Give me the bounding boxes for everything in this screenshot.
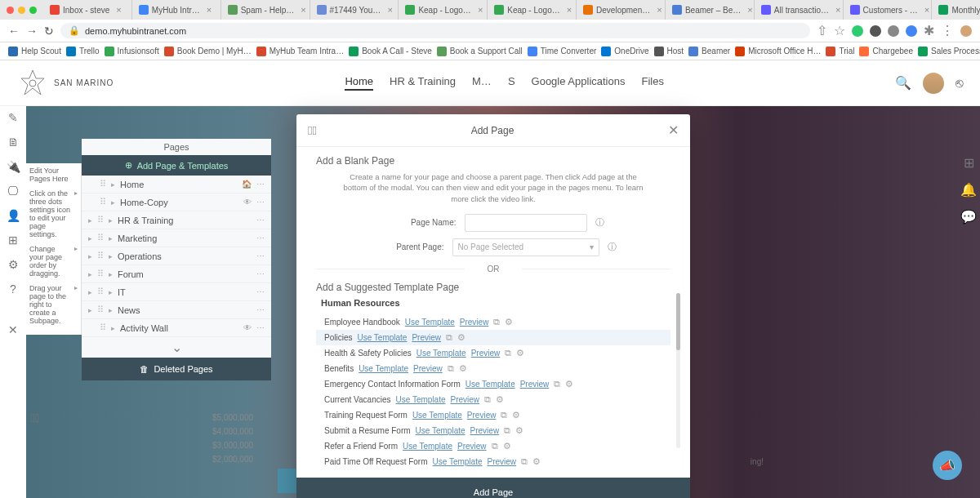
- preview-link[interactable]: Preview: [488, 457, 517, 466]
- more-icon[interactable]: ⋯: [256, 251, 265, 260]
- page-icon[interactable]: 🗎: [7, 136, 19, 149]
- user-avatar[interactable]: [923, 73, 944, 94]
- nav-item[interactable]: HR & Training: [390, 75, 456, 91]
- logout-icon[interactable]: ⎋: [956, 76, 964, 91]
- chevron-right-icon[interactable]: ▸: [74, 189, 78, 197]
- info-icon[interactable]: ⓘ: [595, 216, 604, 229]
- use-template-link[interactable]: Use Template: [412, 411, 462, 420]
- drag-handle-icon[interactable]: ⠿: [97, 215, 104, 225]
- drag-handle-icon[interactable]: ⠿: [97, 305, 104, 315]
- browser-tab[interactable]: Keap - Logo…×: [488, 0, 577, 20]
- nav-item[interactable]: Files: [641, 75, 663, 91]
- browser-tab[interactable]: MyHub Intr…×: [132, 0, 221, 20]
- browser-tab[interactable]: Keap - Logo…×: [399, 0, 488, 20]
- bookmark-item[interactable]: OneDrive: [601, 47, 648, 56]
- settings-icon[interactable]: ⚙: [496, 394, 504, 405]
- drag-handle-icon[interactable]: ⠿: [100, 322, 106, 333]
- parent-page-select[interactable]: No Page Selected ▾: [452, 238, 599, 256]
- page-tree-item[interactable]: ▸⠿▸News⋯: [82, 301, 271, 319]
- preview-link[interactable]: Preview: [460, 318, 489, 327]
- bookmark-item[interactable]: Host: [654, 47, 684, 56]
- preview-link[interactable]: Preview: [412, 333, 441, 342]
- close-icon[interactable]: ✕: [668, 122, 679, 138]
- more-icon[interactable]: ⋯: [256, 180, 265, 189]
- preview-link[interactable]: Preview: [413, 364, 443, 373]
- expand-icon[interactable]: ▸: [88, 288, 92, 296]
- help-icon[interactable]: ?: [10, 282, 16, 296]
- star-icon[interactable]: ☆: [834, 23, 845, 38]
- bookmark-item[interactable]: Sales Process: [918, 47, 980, 56]
- tab-close-icon[interactable]: ×: [835, 5, 840, 15]
- bookmark-item[interactable]: Book A Call - Steve: [349, 47, 432, 56]
- more-icon[interactable]: ⋯: [256, 287, 265, 296]
- settings-icon[interactable]: ⚙: [516, 348, 524, 358]
- pencil-icon[interactable]: ✎: [8, 111, 18, 124]
- page-name-input[interactable]: [465, 214, 587, 232]
- preview-link[interactable]: Preview: [520, 380, 550, 389]
- expand-toggle-icon[interactable]: ▸: [111, 324, 115, 332]
- deleted-pages-button[interactable]: 🗑 Deleted Pages: [82, 358, 271, 380]
- copy-icon[interactable]: ⧉: [505, 348, 511, 358]
- use-template-link[interactable]: Use Template: [359, 364, 408, 373]
- nav-item[interactable]: Home: [345, 75, 373, 91]
- back-button[interactable]: ←: [8, 24, 20, 38]
- maximize-window-icon[interactable]: [29, 7, 37, 14]
- tab-close-icon[interactable]: ×: [657, 5, 662, 15]
- settings-icon[interactable]: ⚙: [459, 363, 467, 374]
- expand-icon[interactable]: ▸: [88, 306, 92, 314]
- preview-link[interactable]: Preview: [471, 349, 501, 358]
- monitor-icon[interactable]: 🖵: [7, 185, 19, 198]
- drag-handle-icon[interactable]: ⠿: [97, 287, 104, 297]
- expand-icon[interactable]: ▸: [88, 216, 92, 225]
- use-template-link[interactable]: Use Template: [357, 333, 407, 342]
- chevron-right-icon[interactable]: ▸: [74, 284, 78, 291]
- eye-off-icon[interactable]: 👁: [243, 323, 252, 332]
- preview-link[interactable]: Preview: [467, 411, 497, 420]
- copy-icon[interactable]: ⧉: [493, 317, 500, 327]
- ext-icon-1[interactable]: [852, 25, 863, 37]
- nav-item[interactable]: S: [508, 75, 515, 91]
- drag-handle-icon[interactable]: ⠿: [97, 269, 104, 279]
- preview-link[interactable]: Preview: [457, 442, 487, 451]
- bookmark-item[interactable]: Book a Support Call: [437, 47, 523, 56]
- puzzle-icon[interactable]: ✱: [924, 23, 934, 38]
- use-template-link[interactable]: Use Template: [466, 380, 515, 389]
- nav-item[interactable]: Google Applications: [532, 75, 626, 91]
- copy-icon[interactable]: ⧉: [554, 379, 560, 389]
- template-scrollbar[interactable]: [676, 293, 680, 448]
- more-icon[interactable]: ⋯: [256, 198, 265, 207]
- tab-close-icon[interactable]: ×: [207, 5, 212, 15]
- bookmark-item[interactable]: Chargebee: [859, 47, 912, 56]
- reload-button[interactable]: ↻: [44, 24, 54, 38]
- bookmark-item[interactable]: Beamer: [688, 47, 730, 56]
- settings-icon[interactable]: ⚙: [505, 317, 513, 327]
- browser-tab[interactable]: Monthly Inte…×: [932, 0, 980, 20]
- copy-icon[interactable]: ⧉: [504, 425, 510, 436]
- drag-handle-icon[interactable]: ⠿: [100, 179, 106, 189]
- use-template-link[interactable]: Use Template: [403, 442, 452, 451]
- expand-toggle-icon[interactable]: ▸: [111, 198, 115, 207]
- apps-icon[interactable]: ⊞: [8, 233, 18, 247]
- settings-icon[interactable]: ⚙: [515, 425, 523, 436]
- preview-link[interactable]: Preview: [451, 395, 480, 404]
- expand-toggle-icon[interactable]: ▸: [109, 252, 113, 260]
- add-page-templates-button[interactable]: ⊕ Add Page & Templates: [82, 155, 271, 176]
- expand-toggle-icon[interactable]: ▸: [109, 234, 113, 242]
- profile-avatar-icon[interactable]: [960, 25, 972, 37]
- drag-handle-icon[interactable]: ⠿: [97, 251, 104, 261]
- drag-handle-icon[interactable]: ⠿: [97, 233, 104, 243]
- tab-close-icon[interactable]: ×: [116, 5, 121, 15]
- use-template-link[interactable]: Use Template: [416, 349, 466, 358]
- copy-icon[interactable]: ⧉: [484, 394, 491, 405]
- more-icon[interactable]: ⋯: [256, 269, 265, 278]
- tab-close-icon[interactable]: ×: [567, 5, 572, 15]
- copy-icon[interactable]: ⧉: [446, 332, 452, 343]
- chevron-right-icon[interactable]: ▸: [74, 245, 78, 252]
- more-icon[interactable]: ⋯: [256, 216, 265, 225]
- use-template-link[interactable]: Use Template: [396, 395, 446, 404]
- use-template-link[interactable]: Use Template: [416, 426, 466, 435]
- ext-icon-2[interactable]: [870, 25, 881, 37]
- page-tree-item[interactable]: ⠿▸Home🏠⋯: [82, 176, 271, 193]
- tab-close-icon[interactable]: ×: [478, 5, 483, 15]
- add-page-submit-button[interactable]: Add Page: [296, 478, 690, 498]
